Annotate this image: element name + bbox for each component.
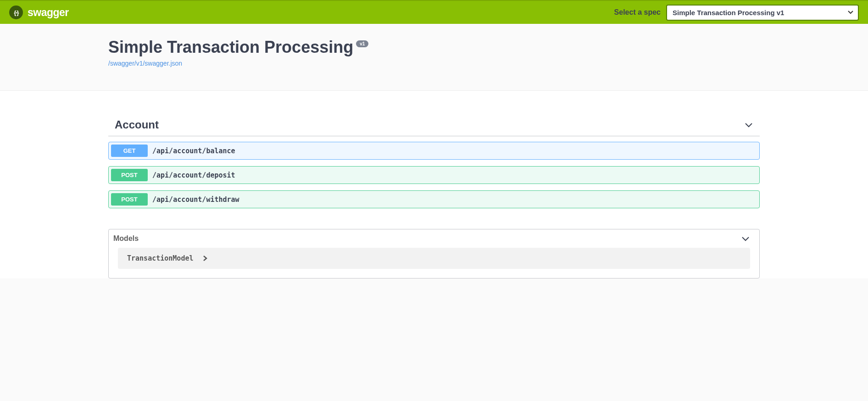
- models-title: Models: [113, 234, 139, 243]
- tag-name: Account: [115, 118, 159, 131]
- chevron-down-icon: [744, 120, 753, 129]
- operation-path: /api/account/balance: [152, 147, 235, 155]
- operation-post-deposit[interactable]: POST /api/account/deposit: [108, 166, 760, 184]
- version-badge: v1: [356, 40, 368, 47]
- chevron-down-icon: [741, 234, 750, 243]
- models-header[interactable]: Models: [109, 229, 759, 248]
- operation-path: /api/account/withdraw: [152, 195, 239, 204]
- swagger-logo-text: swagger: [28, 6, 69, 19]
- swagger-json-link[interactable]: /swagger/v1/swagger.json: [108, 60, 182, 67]
- method-badge: POST: [111, 193, 148, 206]
- topbar: {··} swagger Select a spec Simple Transa…: [0, 0, 868, 24]
- api-title: Simple Transaction Processing: [108, 38, 353, 57]
- tag-header-account[interactable]: Account: [108, 114, 760, 136]
- info-section: Simple Transaction Processing v1 /swagge…: [0, 24, 868, 91]
- spec-selector: Select a spec Simple Transaction Process…: [614, 5, 859, 21]
- spec-select[interactable]: Simple Transaction Processing v1: [666, 5, 859, 21]
- models-section: Models TransactionModel: [108, 229, 760, 278]
- operation-post-withdraw[interactable]: POST /api/account/withdraw: [108, 190, 760, 208]
- method-badge: POST: [111, 169, 148, 181]
- chevron-right-icon: [202, 255, 208, 262]
- operations-list: GET /api/account/balance POST /api/accou…: [108, 142, 760, 208]
- spec-select-label: Select a spec: [614, 8, 661, 17]
- swagger-logo-icon: {··}: [9, 6, 23, 19]
- model-name: TransactionModel: [127, 254, 194, 262]
- operation-get-balance[interactable]: GET /api/account/balance: [108, 142, 760, 160]
- swagger-logo[interactable]: {··} swagger: [9, 6, 69, 19]
- model-item-transactionmodel[interactable]: TransactionModel: [118, 248, 750, 269]
- operation-path: /api/account/deposit: [152, 171, 235, 179]
- method-badge: GET: [111, 145, 148, 157]
